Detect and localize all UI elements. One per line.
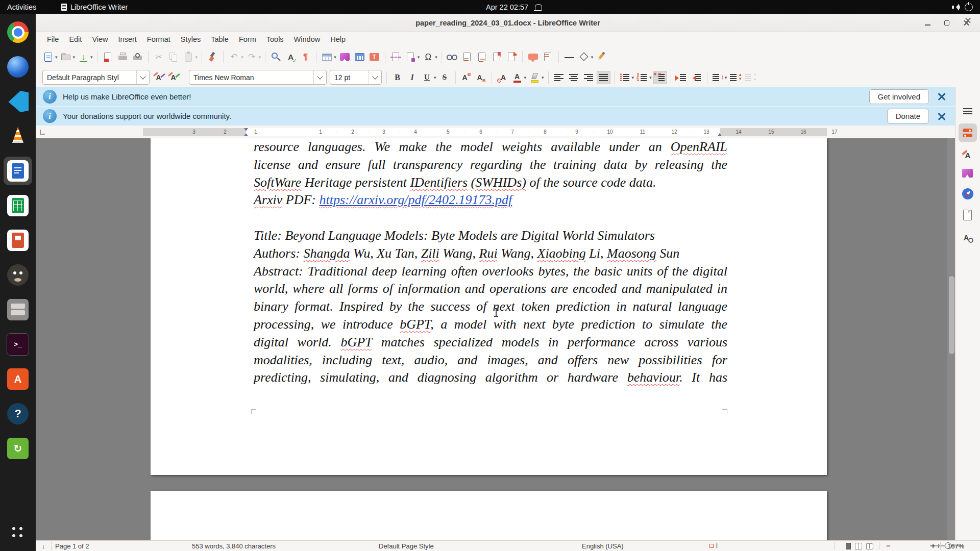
dock-item-libreoffice-calc[interactable] [4, 191, 32, 220]
highlight-icon[interactable] [528, 71, 542, 84]
dock-item-libreoffice-writer[interactable] [4, 157, 32, 185]
dock-item-vlc[interactable] [4, 122, 32, 151]
print-preview-icon[interactable] [131, 51, 144, 64]
dock-item-files[interactable] [4, 295, 32, 324]
menu-table[interactable]: Table [206, 34, 234, 45]
endnote-icon[interactable] [475, 51, 489, 64]
text-language[interactable]: English (USA) [582, 541, 624, 551]
special-char-dropdown-icon[interactable]: ▾ [435, 55, 437, 60]
no-list-icon[interactable] [653, 71, 667, 84]
subscript-icon[interactable] [474, 71, 488, 84]
left-indent-marker[interactable] [244, 131, 248, 136]
draw-functions-icon[interactable] [595, 51, 608, 64]
paragraph-style-dropdown[interactable] [136, 70, 149, 84]
special-char-icon[interactable] [421, 51, 435, 64]
insert-line-icon[interactable] [562, 51, 576, 64]
basic-shapes-dropdown-icon[interactable]: ▾ [591, 55, 594, 60]
number-list-dropdown-icon[interactable]: ▾ [649, 75, 652, 80]
menu-file[interactable]: File [42, 34, 64, 45]
open-dropdown-icon[interactable]: ▾ [73, 55, 76, 60]
vertical-scrollbar[interactable] [947, 138, 955, 541]
chart-icon[interactable] [353, 51, 366, 64]
export-pdf-icon[interactable] [101, 51, 115, 64]
para-spacing-icon[interactable] [728, 71, 742, 84]
clear-format-icon[interactable] [496, 71, 509, 84]
underline-icon[interactable] [420, 71, 434, 84]
page-1[interactable]: resource languages. We make the model we… [151, 138, 827, 475]
dock-item-help[interactable] [4, 399, 32, 428]
paragraph-style-combo[interactable]: Default Paragraph Styl [42, 70, 150, 85]
formatting-marks-icon[interactable] [299, 51, 312, 64]
horizontal-ruler[interactable]: 3·2·11·2·3·4·5·6·7·8·9·10·11·12·13·14·15… [143, 128, 827, 136]
zoom-out-button[interactable]: − [886, 541, 890, 551]
bullet-list-icon[interactable] [618, 71, 632, 84]
align-justify-icon[interactable] [597, 71, 610, 84]
track-changes-icon[interactable] [541, 51, 555, 64]
dock-item-chrome-browser[interactable] [4, 18, 32, 46]
image-icon[interactable] [338, 51, 352, 64]
style-update-icon[interactable] [152, 71, 165, 84]
save-dropdown-icon[interactable]: ▾ [90, 55, 93, 60]
align-center-icon[interactable] [567, 71, 581, 84]
system-tray[interactable] [952, 0, 973, 14]
sidebar-tab-properties[interactable] [959, 123, 977, 142]
comment-icon[interactable] [526, 51, 540, 64]
hyperlink-text[interactable]: https://arxiv.org/pdf/2402.19173.pdf [320, 192, 512, 207]
sidebar-tab-styles[interactable] [959, 146, 977, 164]
font-size-dropdown[interactable] [369, 70, 381, 84]
clone-formatting-icon[interactable] [206, 51, 219, 64]
save-status-icon[interactable]: ↓ [42, 541, 45, 551]
hyperlink-icon[interactable] [446, 51, 459, 64]
show-applications-button[interactable] [4, 518, 32, 547]
highlight-dropdown-icon[interactable]: ▾ [542, 75, 544, 80]
menu-view[interactable]: View [87, 34, 113, 45]
font-name-combo[interactable]: Times New Roman [189, 70, 327, 85]
style-new-icon[interactable] [166, 71, 180, 84]
get-involved-button[interactable]: Get involved [869, 89, 929, 104]
document-canvas[interactable]: resource languages. We make the model we… [36, 138, 980, 541]
dock-item-blue-sphere-app[interactable] [4, 53, 32, 81]
superscript-icon[interactable] [459, 71, 473, 84]
bold-icon[interactable] [390, 71, 404, 84]
menu-window[interactable]: Window [289, 34, 326, 45]
line-spacing-icon[interactable] [711, 71, 725, 84]
menu-edit[interactable]: Edit [64, 34, 87, 45]
redo-dropdown-icon[interactable]: ▾ [259, 55, 261, 60]
italic-icon[interactable] [405, 71, 419, 84]
page-style[interactable]: Default Page Style [379, 541, 434, 551]
infobar-close-icon[interactable] [937, 112, 946, 121]
menu-form[interactable]: Form [234, 34, 261, 45]
font-name-dropdown[interactable] [313, 70, 326, 84]
align-right-icon[interactable] [582, 71, 596, 84]
new-dropdown-icon[interactable]: ▾ [55, 55, 58, 60]
table-icon[interactable] [320, 51, 334, 64]
indent-inc-icon[interactable] [675, 71, 689, 84]
dock-item-libreoffice-impress[interactable] [4, 226, 32, 255]
menu-help[interactable]: Help [325, 34, 351, 45]
bullet-list-dropdown-icon[interactable]: ▾ [632, 75, 634, 80]
scrollbar-thumb[interactable] [949, 276, 954, 354]
title-bar[interactable]: paper_reading_2024_03_01.docx - LibreOff… [36, 14, 980, 32]
print-icon[interactable] [116, 51, 130, 64]
number-list-icon[interactable] [635, 71, 649, 84]
menu-tools[interactable]: Tools [261, 34, 289, 45]
menu-styles[interactable]: Styles [176, 34, 206, 45]
paste-dropdown-icon[interactable]: ▾ [195, 55, 198, 60]
close-document-icon[interactable] [964, 16, 972, 24]
page-break-icon[interactable] [389, 51, 403, 64]
view-book-icon[interactable] [865, 541, 874, 551]
word-count[interactable]: 553 words, 3,840 characters [192, 541, 276, 551]
spelling-icon[interactable] [284, 51, 298, 64]
focused-app-indicator[interactable]: LibreOffice Writer [61, 0, 128, 14]
indent-dec-icon[interactable] [690, 71, 703, 84]
infobar-close-icon[interactable] [937, 92, 946, 101]
undo-dropdown-icon[interactable]: ▾ [241, 55, 243, 60]
document-text[interactable]: resource languages. We make the model we… [254, 138, 727, 387]
insert-field-dropdown-icon[interactable]: ▾ [418, 55, 420, 60]
dock-item-ubuntu-software[interactable] [4, 365, 32, 393]
right-indent-marker[interactable] [718, 131, 722, 136]
new-icon[interactable] [41, 51, 55, 64]
table-dropdown-icon[interactable]: ▾ [334, 55, 336, 60]
menu-insert[interactable]: Insert [113, 34, 142, 45]
text-box-icon[interactable] [368, 51, 381, 64]
